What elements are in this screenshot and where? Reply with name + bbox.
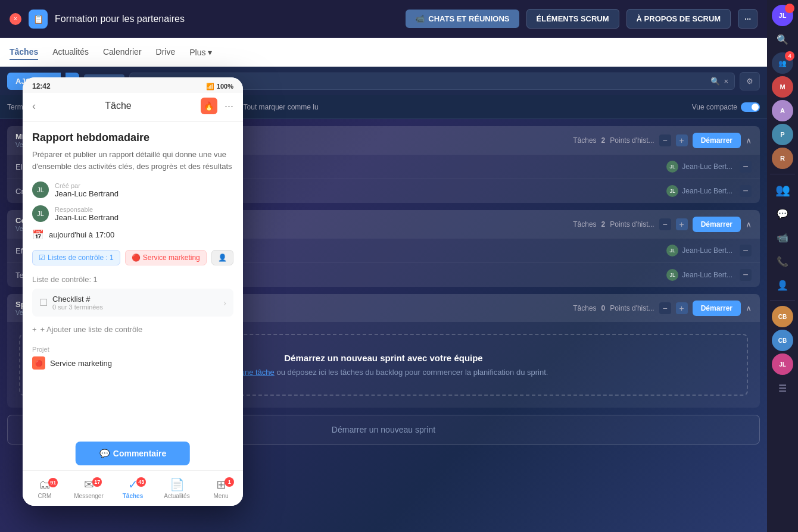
video-call-icon[interactable]: 📹	[772, 227, 793, 248]
sprint-1-demarrer-button[interactable]: Démarrer	[693, 133, 741, 148]
project-name: Service marketing	[50, 359, 112, 368]
menu-badge: 1	[225, 477, 234, 487]
responsable-label: Responsable	[55, 206, 119, 213]
add-checklist-button[interactable]: + + Ajouter une liste de contrôle	[32, 320, 233, 339]
date-row: 📅 aujourd'hui à 17:00	[32, 229, 233, 240]
sprint-3-tasks-count: 0	[601, 304, 606, 312]
responsable-value: Jean-Luc Bertrand	[55, 213, 119, 222]
chat-icon[interactable]: 💬	[772, 203, 793, 224]
users-group-icon[interactable]: 👥 4	[772, 52, 793, 74]
checklist-tag-label: Listes de contrôle : 1	[48, 254, 114, 262]
more-options-button[interactable]: ···	[738, 9, 758, 29]
elements-scrum-button[interactable]: ÉLÉMENTS SCRUM	[526, 9, 619, 29]
add-checklist-label: + Ajouter une liste de contrôle	[40, 325, 143, 334]
tab-calendrier[interactable]: Calendrier	[103, 45, 142, 60]
mobile-task-desc: Préparer et publier un rapport détaillé …	[32, 149, 233, 172]
hamburger-icon[interactable]: ☰	[772, 377, 793, 399]
mobile-more-button[interactable]: ···	[225, 100, 233, 112]
sprint-2-demarrer-button[interactable]: Démarrer	[693, 217, 741, 232]
messenger-badge: 17	[92, 477, 102, 487]
sprint-1-points-label: Points d'hist...	[610, 136, 654, 145]
taches-badge: 43	[136, 477, 146, 487]
calendar-icon: 📅	[32, 229, 44, 240]
cb2-avatar[interactable]: CB	[772, 330, 793, 351]
tab-plus[interactable]: Plus ▾	[189, 48, 212, 57]
cb1-avatar[interactable]: CB	[772, 306, 793, 327]
sprint-2-points-label: Points d'hist...	[610, 220, 654, 229]
sprint-2-collapse-button[interactable]: ∧	[746, 220, 752, 229]
checklist-item[interactable]: ☐ Checklist # 0 sur 3 terminées ›	[32, 289, 233, 317]
checklist-item-icon: ☐	[39, 297, 48, 308]
crm-label: CRM	[38, 493, 52, 499]
task-1-1-minus[interactable]: −	[740, 161, 752, 173]
mobile-task-title: Tâche	[43, 101, 194, 111]
search-icon: 🔍	[710, 77, 720, 86]
taches-label: Tâches	[123, 493, 143, 499]
compact-toggle-switch[interactable]	[741, 102, 760, 112]
person1-avatar[interactable]: M	[772, 76, 793, 98]
sprint-3-demarrer-button[interactable]: Démarrer	[693, 301, 741, 316]
status-icons: 📶 100%	[206, 83, 233, 90]
vue-compacte-toggle[interactable]: Vue compacte	[692, 102, 760, 112]
service-marketing-tag[interactable]: 🔴 Service marketing	[125, 250, 207, 265]
mobile-time: 12:42	[32, 82, 51, 90]
search-clear-icon[interactable]: ×	[724, 77, 728, 86]
nav-messenger[interactable]: 17 ✉ Messenger	[67, 477, 111, 499]
sprint-3-minus-button[interactable]: −	[659, 302, 671, 314]
mobile-status-bar: 12:42 📶 100%	[23, 77, 243, 93]
task-2-2-minus[interactable]: −	[740, 269, 752, 281]
battery-text: 100%	[217, 83, 233, 90]
menu-label: Menu	[213, 493, 228, 499]
task-2-1-minus[interactable]: −	[740, 245, 752, 256]
task-1-2-minus[interactable]: −	[740, 185, 752, 197]
sprint-3-plus-button[interactable]: +	[676, 302, 688, 314]
avatar-top[interactable]: JL	[772, 5, 793, 26]
app-title: Formation pour les partenaires	[55, 14, 398, 24]
settings-button[interactable]: ⚙	[740, 72, 760, 90]
checklist-tag[interactable]: ☑ Listes de contrôle : 1	[32, 250, 120, 265]
sprint-3-collapse-button[interactable]: ∧	[746, 303, 752, 313]
sprint-1-collapse-button[interactable]: ∧	[746, 136, 752, 145]
person-tag[interactable]: 👤	[211, 250, 233, 265]
tab-taches[interactable]: Tâches	[10, 45, 38, 60]
sprint-2-meta: Tâches 2 Points d'hist... − + Démarrer ∧	[573, 217, 752, 232]
actualites-icon: 📄	[170, 477, 185, 492]
task-1-2-assignee-name: Jean-Luc Bert...	[682, 187, 732, 195]
community-icon[interactable]: 👥	[772, 179, 793, 201]
messenger-label: Messenger	[74, 493, 103, 499]
comment-button[interactable]: 💬 Commentaire	[76, 442, 190, 465]
sprint-2-minus-button[interactable]: −	[659, 218, 671, 230]
mobile-bottom-nav: 91 🗂 CRM 17 ✉ Messenger 43 ✓ Tâches 📄 Ac…	[23, 470, 243, 506]
tab-actualites[interactable]: Actualités	[52, 45, 89, 60]
tab-drive[interactable]: Drive	[156, 45, 176, 60]
signal-icon: 📶	[206, 83, 214, 90]
nav-taches[interactable]: 43 ✓ Tâches	[111, 477, 155, 499]
close-button[interactable]: ×	[10, 13, 21, 25]
search-icon[interactable]: 🔍	[772, 29, 793, 50]
nav-menu[interactable]: 1 ⊞ Menu	[199, 477, 243, 499]
jl-avatar[interactable]: JL	[772, 353, 793, 375]
chats-reunions-button[interactable]: 📹 CHATS ET RÉUNIONS	[406, 10, 519, 28]
sprint-1-plus-button[interactable]: +	[676, 134, 688, 146]
sprint-3-points-label: Points d'hist...	[610, 304, 654, 312]
phone-icon[interactable]: 📞	[772, 251, 793, 272]
apropos-scrum-button[interactable]: À PROPOS DE SCRUM	[626, 9, 731, 29]
back-button[interactable]: ‹	[32, 100, 36, 112]
person3-avatar[interactable]: P	[772, 124, 793, 145]
sprint-3-tasks-label: Tâches	[573, 304, 596, 312]
sprint-1-minus-button[interactable]: −	[659, 134, 671, 146]
task-1-2-assignee: JL Jean-Luc Bert...	[666, 185, 732, 197]
nav-crm[interactable]: 91 🗂 CRM	[23, 478, 67, 499]
task-2-2-assignee-name: Jean-Luc Bert...	[682, 271, 732, 279]
tout-marquer-button[interactable]: Tout marquer comme lu	[244, 103, 319, 111]
actualites-label: Actualités	[164, 493, 189, 499]
person4-avatar[interactable]: R	[772, 148, 793, 169]
task-1-1-avatar: JL	[666, 161, 678, 173]
person2-avatar[interactable]: A	[772, 100, 793, 121]
project-icon: 🔴	[32, 356, 45, 370]
project-section: Projet 🔴 Service marketing	[32, 346, 233, 370]
person-icon[interactable]: 👤	[772, 274, 793, 296]
sprint-2-plus-button[interactable]: +	[676, 218, 688, 230]
checklist-section-title: Liste de contrôle: 1	[32, 275, 233, 284]
nav-actualites[interactable]: 📄 Actualités	[155, 477, 199, 499]
